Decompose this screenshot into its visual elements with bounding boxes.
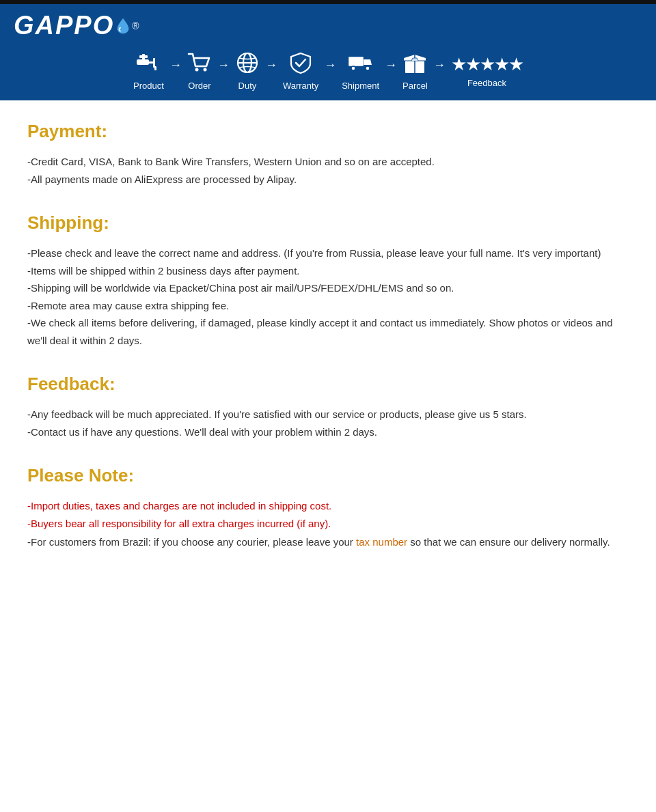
shipping-line-2: -Shipping will be worldwide via Epacket/… [27,279,629,297]
shipping-line-0: -Please check and leave the correct name… [27,244,629,262]
globe-icon [235,51,260,78]
main-content: Payment: -Credit Card, VISA, Bank to Ban… [0,100,656,596]
box-icon [402,51,427,78]
step-feedback: ★★★★★ Feedback [451,54,523,88]
step-product-label: Product [133,81,164,91]
logo-droplet-icon [115,17,131,35]
payment-title: Payment: [27,121,629,142]
please-note-title: Please Note: [27,465,629,486]
process-bar: Product → Order → [14,44,642,100]
step-shipment-label: Shipment [342,81,379,91]
svg-point-7 [203,68,206,72]
step-parcel: Parcel [402,51,428,91]
header-top: GAPPO ® [14,11,642,44]
step-order-label: Order [188,81,210,91]
shipping-line-3: -Remote area may cause extra shipping fe… [27,297,629,315]
arrow-5: → [379,58,402,85]
step-order: Order [187,51,212,91]
arrow-4: → [318,58,342,85]
note-red-line-0: -Import duties, taxes and charges are no… [27,497,629,515]
step-warranty-label: Warranty [283,81,318,91]
payment-line-1: -Credit Card, VISA, Bank to Bank Wire Tr… [27,153,629,171]
feedback-title: Feedback: [27,374,629,395]
svg-rect-4 [139,55,148,58]
shipping-title: Shipping: [27,212,629,234]
step-product: Product [133,51,164,91]
shipping-text: -Please check and leave the correct name… [27,244,629,349]
stars-icon: ★★★★★ [451,54,523,75]
logo-text: GAPPO [14,11,114,40]
brazil-before: -For customers from Brazil: if you choos… [27,536,356,548]
brazil-after: so that we can ensure our delivery norma… [407,536,610,548]
please-note-section: Please Note: -Import duties, taxes and c… [27,465,629,551]
logo: GAPPO ® [14,11,139,40]
logo-registered: ® [132,20,139,31]
payment-text: -Credit Card, VISA, Bank to Bank Wire Tr… [27,153,629,188]
arrow-1: → [164,58,187,85]
step-duty: Duty [235,51,260,91]
step-warranty: Warranty [283,51,318,91]
step-feedback-label: Feedback [467,78,506,88]
shield-icon [288,51,313,78]
note-red-line-1: -Buyers bear all responsibility for all … [27,515,629,533]
feedback-line-0: -Any feedback will be much appreciated. … [27,406,629,423]
svg-rect-11 [348,57,364,66]
please-note-text: -Import duties, taxes and charges are no… [27,497,629,551]
feedback-line-1: -Contact us if have any questions. We'll… [27,423,629,441]
arrow-6: → [428,58,451,85]
feedback-text: -Any feedback will be much appreciated. … [27,406,629,440]
step-duty-label: Duty [238,81,257,91]
svg-point-12 [351,66,355,70]
svg-point-6 [195,68,198,72]
header: GAPPO ® Product [0,4,656,100]
cart-icon [187,51,212,78]
truck-icon [347,51,374,78]
arrow-3: → [260,58,283,85]
svg-point-13 [366,66,370,70]
feedback-section: Feedback: -Any feedback will be much app… [27,374,629,440]
payment-line-2: -All payments made on AliExpress are pro… [27,171,629,188]
svg-rect-5 [154,66,156,70]
step-shipment: Shipment [342,51,379,91]
note-brazil-line: -For customers from Brazil: if you choos… [27,533,629,551]
arrow-2: → [212,58,235,85]
shipping-line-4: -We check all items before delivering, i… [27,314,629,349]
brazil-tax-link[interactable]: tax number [356,536,407,548]
shipping-line-1: -Items will be shipped within 2 business… [27,262,629,280]
shipping-section: Shipping: -Please check and leave the co… [27,212,629,349]
svg-rect-2 [153,58,155,68]
faucet-icon [135,51,161,78]
payment-section: Payment: -Credit Card, VISA, Bank to Ban… [27,121,629,188]
step-parcel-label: Parcel [402,81,428,91]
